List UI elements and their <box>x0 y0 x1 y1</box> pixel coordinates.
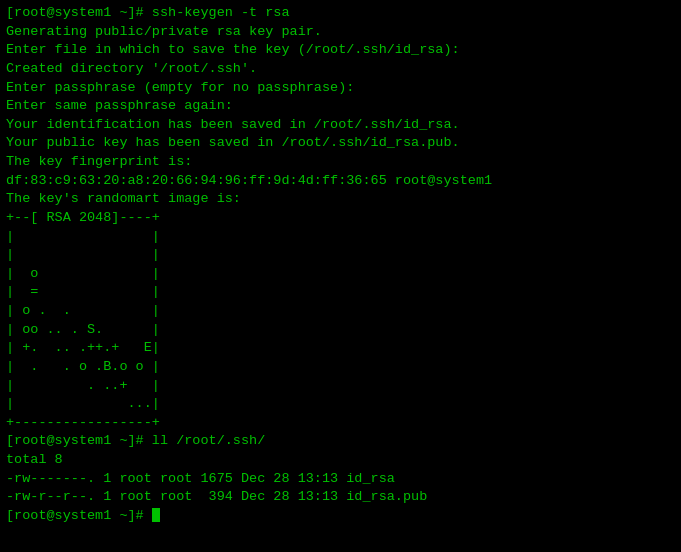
terminal-line: [root@system1 ~]# <box>6 507 675 526</box>
terminal-line: | +. .. .++.+ E| <box>6 339 675 358</box>
terminal-line: df:83:c9:63:20:a8:20:66:94:96:ff:9d:4d:f… <box>6 172 675 191</box>
terminal-line: Generating public/private rsa key pair. <box>6 23 675 42</box>
terminal-line: The key's randomart image is: <box>6 190 675 209</box>
terminal-line: Enter passphrase (empty for no passphras… <box>6 79 675 98</box>
terminal-line: -rw-------. 1 root root 1675 Dec 28 13:1… <box>6 470 675 489</box>
terminal-line: | o | <box>6 265 675 284</box>
terminal-line: Created directory '/root/.ssh'. <box>6 60 675 79</box>
terminal-window[interactable]: [root@system1 ~]# ssh-keygen -t rsaGener… <box>0 0 681 552</box>
terminal-line: | . ..+ | <box>6 377 675 396</box>
terminal-line: The key fingerprint is: <box>6 153 675 172</box>
terminal-cursor <box>152 508 160 522</box>
terminal-line: | ...| <box>6 395 675 414</box>
terminal-line: | . . o .B.o o | <box>6 358 675 377</box>
terminal-line: Your identification has been saved in /r… <box>6 116 675 135</box>
terminal-line: Enter file in which to save the key (/ro… <box>6 41 675 60</box>
terminal-line: | = | <box>6 283 675 302</box>
terminal-line: +-----------------+ <box>6 414 675 433</box>
terminal-line: Enter same passphrase again: <box>6 97 675 116</box>
terminal-line: -rw-r--r--. 1 root root 394 Dec 28 13:13… <box>6 488 675 507</box>
terminal-line: [root@system1 ~]# ll /root/.ssh/ <box>6 432 675 451</box>
terminal-line: Your public key has been saved in /root/… <box>6 134 675 153</box>
terminal-line: [root@system1 ~]# ssh-keygen -t rsa <box>6 4 675 23</box>
terminal-line: | oo .. . S. | <box>6 321 675 340</box>
terminal-line: total 8 <box>6 451 675 470</box>
terminal-line: | | <box>6 246 675 265</box>
terminal-line: | o . . | <box>6 302 675 321</box>
terminal-line: +--[ RSA 2048]----+ <box>6 209 675 228</box>
terminal-line: | | <box>6 228 675 247</box>
